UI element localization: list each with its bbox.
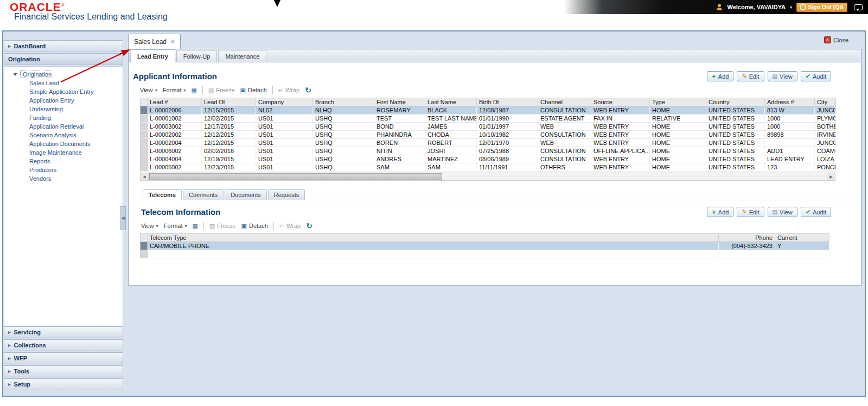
column-header[interactable]: Phone: [719, 234, 775, 242]
tab-requests[interactable]: Requests: [268, 189, 305, 200]
view-menu[interactable]: View▾: [140, 87, 157, 93]
sidebar-collapse-handle[interactable]: ◀: [120, 206, 126, 230]
table-cell[interactable]: HOME: [650, 123, 706, 131]
table-cell[interactable]: US01: [256, 131, 313, 139]
tree-item-sales-lead[interactable]: Sales Lead: [4, 79, 123, 87]
table-cell[interactable]: WEB ENTRY: [591, 139, 650, 147]
close-button[interactable]: × Close: [824, 36, 848, 43]
table-cell[interactable]: UNITED STATES: [706, 131, 765, 139]
export-grid-icon[interactable]: ▦: [192, 87, 197, 94]
freeze-button[interactable]: ▥Freeze: [208, 87, 235, 94]
sidebar-item-servicing[interactable]: ▸ Servicing: [4, 326, 123, 338]
tab-lead-entry[interactable]: Lead Entry: [130, 49, 175, 62]
table-cell[interactable]: WEB ENTRY: [591, 155, 650, 163]
table-cell[interactable]: UNITED STATES: [706, 106, 765, 115]
column-header[interactable]: Country: [706, 98, 765, 106]
chevron-down-icon[interactable]: ▾: [790, 5, 792, 10]
table-cell[interactable]: L-00002006: [148, 106, 202, 115]
table-cell[interactable]: PONCE: [815, 163, 836, 172]
tab-telecoms[interactable]: Telecoms: [143, 189, 182, 200]
table-cell[interactable]: 01/01/1990: [477, 115, 538, 123]
column-header[interactable]: Telecom Type: [148, 234, 719, 242]
table-cell[interactable]: OTHERS: [538, 163, 591, 172]
table-cell[interactable]: L-00005002: [148, 163, 202, 172]
tree-item-application-documents[interactable]: Application Documents: [4, 139, 123, 148]
table-cell[interactable]: HOME: [650, 155, 706, 163]
table-cell[interactable]: WEB ENTRY: [591, 123, 650, 131]
table-cell[interactable]: 89898: [765, 131, 815, 139]
column-header[interactable]: Last Name: [425, 98, 477, 106]
table-cell[interactable]: 12/12/2015: [202, 131, 256, 139]
wrap-button[interactable]: ↵Wrap: [279, 223, 301, 230]
table-cell[interactable]: LEAD ENTRY: [765, 155, 815, 163]
table-cell[interactable]: BOREN: [374, 139, 425, 147]
table-cell[interactable]: L-00006002: [148, 147, 202, 155]
table-row[interactable]: L-0000300212/17/2015US01USHQBONDJAMES01/…: [141, 123, 836, 131]
export-grid-icon[interactable]: ▦: [193, 223, 198, 230]
table-cell[interactable]: JUNCOS: [815, 106, 836, 115]
table-cell[interactable]: 08/06/1989: [477, 155, 538, 163]
table-cell[interactable]: USHQ: [313, 155, 374, 163]
table-cell[interactable]: UNITED STATES: [706, 115, 765, 123]
table-cell[interactable]: USHQ: [313, 131, 374, 139]
audit-button[interactable]: ✔Audit: [801, 207, 831, 217]
view-button[interactable]: ▤View: [768, 71, 797, 81]
table-cell[interactable]: NITIN: [374, 147, 425, 155]
tree-item-application-retrieval[interactable]: Application Retrieval: [4, 122, 123, 131]
table-cell[interactable]: 02/02/2016: [202, 147, 256, 155]
wrap-button[interactable]: ↵Wrap: [278, 87, 299, 94]
add-button[interactable]: +Add: [707, 207, 733, 217]
table-cell[interactable]: CONSULTATION: [538, 147, 591, 155]
row-selector[interactable]: [141, 163, 148, 172]
column-header[interactable]: Branch: [313, 98, 374, 106]
table-cell[interactable]: 12/02/2015: [202, 115, 256, 123]
table-cell[interactable]: UNITED STATES: [706, 155, 765, 163]
sign-out-button[interactable]: Sign Out [QA: [796, 3, 847, 12]
table-cell[interactable]: PHANINDRA: [374, 131, 425, 139]
refresh-icon[interactable]: ↻: [305, 86, 311, 94]
scroll-left-icon[interactable]: ◀: [141, 173, 149, 180]
table-cell[interactable]: L-00002004: [148, 139, 202, 147]
column-header[interactable]: Address #: [765, 98, 815, 106]
add-button[interactable]: +Add: [707, 71, 733, 81]
table-cell[interactable]: HOME: [650, 139, 706, 147]
table-cell[interactable]: WEB ENTRY: [591, 106, 650, 115]
table-cell[interactable]: CONSULTATION: [538, 106, 591, 115]
table-cell[interactable]: CONSULTATION: [538, 155, 591, 163]
table-row[interactable]: L-0000100212/02/2015US01USHQTESTTEST LAS…: [141, 115, 836, 123]
row-selector[interactable]: [141, 155, 148, 163]
tree-item-image-maintenance[interactable]: Image Maintenance: [4, 148, 123, 157]
row-selector[interactable]: [141, 106, 148, 115]
table-cell[interactable]: UNITED STATES: [706, 147, 765, 155]
table-cell[interactable]: ESTATE AGENT: [538, 115, 591, 123]
table-cell[interactable]: 07/25/1988: [477, 147, 538, 155]
table-cell[interactable]: 123: [765, 163, 815, 172]
horizontal-scrollbar[interactable]: ◀ ▶: [140, 173, 835, 181]
table-cell[interactable]: HOME: [650, 131, 706, 139]
table-cell[interactable]: [148, 250, 719, 258]
table-cell[interactable]: 01/01/1997: [477, 123, 538, 131]
table-row[interactable]: L-0000600202/02/2016US01USHQNITINJOSHI07…: [141, 147, 836, 155]
table-cell[interactable]: MARTINEZ: [425, 155, 477, 163]
table-cell[interactable]: UNITED STATES: [706, 163, 765, 172]
scroll-right-icon[interactable]: ▶: [827, 173, 835, 180]
table-cell[interactable]: 11/11/1991: [477, 163, 538, 172]
table-cell[interactable]: US01: [256, 123, 313, 131]
detach-button[interactable]: ▣Detach: [241, 223, 268, 230]
table-cell[interactable]: OFFLINE APPLICA...: [591, 147, 650, 155]
table-cell[interactable]: 12/17/2015: [202, 123, 256, 131]
row-selector[interactable]: [141, 123, 148, 131]
table-cell[interactable]: WEB: [538, 123, 591, 131]
table-cell[interactable]: USHQ: [313, 163, 374, 172]
freeze-button[interactable]: ▥Freeze: [209, 223, 236, 230]
tree-item-funding[interactable]: Funding: [4, 113, 123, 122]
tree-item-simple-application-entry[interactable]: Simple Application Entry: [4, 87, 123, 96]
table-cell[interactable]: CONSULTATION: [538, 131, 591, 139]
sidebar-item-tools[interactable]: ▸ Tools: [4, 365, 123, 377]
column-header[interactable]: First Name: [374, 98, 425, 106]
tree-expand-icon[interactable]: [13, 73, 17, 76]
table-cell[interactable]: BOND: [374, 123, 425, 131]
table-cell[interactable]: HOME: [650, 147, 706, 155]
table-cell[interactable]: LOIZA: [815, 155, 836, 163]
table-cell[interactable]: US01: [256, 147, 313, 155]
